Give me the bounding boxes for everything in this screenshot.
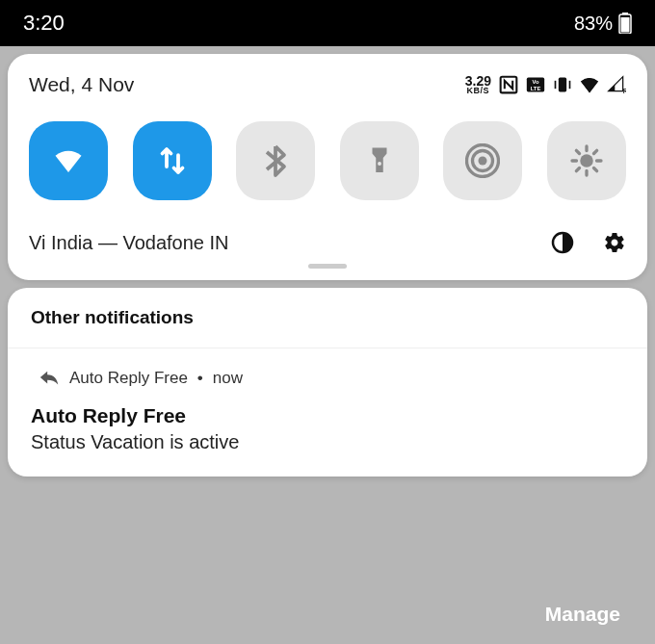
data-rate-unit: KB/S (465, 87, 491, 94)
clock-time: 3:20 (23, 11, 65, 36)
mobile-data-toggle[interactable] (133, 121, 212, 200)
notification-shade-footer: Manage (0, 584, 655, 644)
svg-line-28 (593, 150, 596, 153)
wifi-toggle[interactable] (29, 121, 108, 200)
volte-icon: VoLTE (526, 75, 545, 94)
notification-item[interactable]: Auto Reply Free • now Auto Reply Free St… (8, 348, 647, 477)
panel-drag-handle[interactable] (308, 264, 347, 269)
svg-text:LTE: LTE (531, 86, 541, 91)
notification-group-header: Other notifications (8, 288, 647, 348)
svg-rect-2 (621, 17, 630, 33)
svg-point-16 (378, 162, 381, 166)
quick-settings-header: Wed, 4 Nov 3.29 KB/S VoLTE R (29, 73, 626, 96)
manage-button[interactable]: Manage (545, 603, 620, 626)
svg-line-26 (593, 168, 596, 171)
notification-title: Auto Reply Free (31, 404, 624, 427)
notification-time: now (213, 369, 243, 388)
nfc-icon (499, 75, 518, 94)
notification-body: Status Vacation is active (31, 431, 624, 453)
data-saver-icon[interactable] (551, 231, 574, 254)
svg-rect-7 (559, 78, 566, 92)
vibrate-icon (553, 75, 572, 94)
settings-gear-icon[interactable] (603, 231, 626, 254)
notification-meta-row: Auto Reply Free • now (39, 368, 624, 389)
status-icons-row: 3.29 KB/S VoLTE R (465, 75, 626, 95)
notification-app-name: Auto Reply Free (69, 369, 188, 388)
wifi-icon (580, 75, 599, 94)
svg-point-17 (479, 157, 487, 166)
battery-percentage: 83% (574, 13, 613, 35)
svg-text:R: R (623, 88, 626, 94)
data-rate-indicator: 3.29 KB/S (465, 75, 491, 95)
svg-line-25 (576, 150, 579, 153)
svg-line-27 (576, 168, 579, 171)
svg-point-20 (580, 154, 593, 167)
signal-icon: R (607, 75, 626, 94)
quick-toggles-row (29, 121, 626, 200)
status-bar: 3:20 83% (0, 0, 655, 46)
notification-group-card: Other notifications Auto Reply Free • no… (8, 288, 647, 477)
quick-settings-panel: Wed, 4 Nov 3.29 KB/S VoLTE R (8, 54, 647, 280)
hotspot-toggle[interactable] (443, 121, 522, 200)
date-label: Wed, 4 Nov (29, 73, 134, 96)
quick-settings-footer: Vi India — Vodafone IN (29, 231, 626, 254)
svg-text:Vo: Vo (532, 79, 538, 85)
reply-arrow-icon (39, 368, 60, 389)
battery-icon (618, 13, 632, 34)
carrier-label: Vi India — Vodafone IN (29, 232, 229, 254)
brightness-toggle[interactable] (547, 121, 626, 200)
status-bar-right: 83% (574, 13, 632, 35)
bluetooth-toggle[interactable] (236, 121, 315, 200)
flashlight-toggle[interactable] (340, 121, 419, 200)
quick-settings-footer-icons (551, 231, 626, 254)
separator-dot: • (197, 369, 203, 388)
